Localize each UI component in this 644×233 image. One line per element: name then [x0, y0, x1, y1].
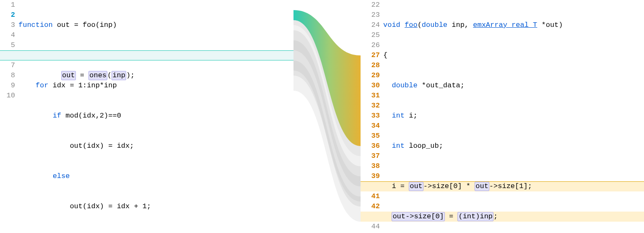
- code-line[interactable]: {: [383, 50, 644, 60]
- line-number[interactable]: 4: [0, 30, 18, 40]
- code-line[interactable]: else: [18, 171, 293, 181]
- code-line[interactable]: void foo(double inp, emxArray_real_T *ou…: [383, 20, 644, 30]
- code-line-mapped[interactable]: i = out->size[0] * out->size[1];: [383, 181, 644, 191]
- line-number[interactable]: 22: [361, 0, 383, 10]
- code-area-left[interactable]: function out = foo(inp) out = ones(inp);…: [18, 0, 293, 233]
- line-number[interactable]: 27: [361, 50, 383, 60]
- selection-highlight: [0, 50, 293, 60]
- line-number[interactable]: 2: [0, 10, 18, 20]
- line-number[interactable]: 34: [361, 121, 383, 131]
- line-number[interactable]: 24: [361, 20, 383, 30]
- code-line-selected[interactable]: out = ones(inp);: [18, 50, 293, 60]
- line-number[interactable]: 31: [361, 91, 383, 101]
- line-number[interactable]: 29: [361, 71, 383, 81]
- code-line[interactable]: function out = foo(inp): [18, 20, 293, 30]
- line-number[interactable]: 9: [0, 81, 18, 91]
- code-line[interactable]: if mod(idx,2)==0: [18, 111, 293, 121]
- line-number[interactable]: 33: [361, 111, 383, 121]
- trace-flow-diagram: [293, 0, 361, 233]
- line-number[interactable]: 39: [361, 171, 383, 181]
- line-number[interactable]: 32: [361, 101, 383, 111]
- line-number[interactable]: 5: [0, 40, 18, 50]
- func-token[interactable]: ones: [88, 71, 107, 80]
- line-number[interactable]: 41: [361, 191, 383, 202]
- line-number[interactable]: 37: [361, 151, 383, 161]
- code-line[interactable]: for idx = 1:inp*inp: [18, 81, 293, 91]
- var-token[interactable]: out: [409, 182, 423, 191]
- expr-token[interactable]: (int)inp: [457, 212, 493, 221]
- line-number[interactable]: 28: [361, 60, 383, 71]
- line-number[interactable]: 1: [0, 0, 18, 10]
- var-token[interactable]: out: [61, 71, 76, 80]
- line-number[interactable]: 25: [361, 30, 383, 40]
- code-line[interactable]: int loop_ub;: [383, 141, 644, 151]
- line-number[interactable]: 10: [0, 91, 18, 101]
- line-number[interactable]: 36: [361, 141, 383, 151]
- line-number[interactable]: 30: [361, 81, 383, 91]
- line-number[interactable]: 42: [361, 202, 383, 212]
- code-line-mapped[interactable]: out->size[0] = (int)inp;: [383, 212, 644, 222]
- code-line[interactable]: int i;: [383, 111, 644, 121]
- line-number[interactable]: 35: [361, 131, 383, 141]
- line-number[interactable]: 7: [0, 60, 18, 71]
- line-number[interactable]: 8: [0, 71, 18, 81]
- var-token[interactable]: inp: [112, 71, 126, 80]
- code-area-right[interactable]: void foo(double inp, emxArray_real_T *ou…: [383, 0, 644, 233]
- line-gutter-right: 22 23 24 25 26 27 28 29 30 31 32 33 34 3…: [361, 0, 383, 232]
- code-line[interactable]: double *out_data;: [383, 81, 644, 91]
- code-line[interactable]: out(idx) = idx;: [18, 141, 293, 151]
- line-number[interactable]: 3: [0, 20, 18, 30]
- line-number[interactable]: 44: [361, 222, 383, 232]
- code-line[interactable]: out(idx) = idx + 1;: [18, 202, 293, 212]
- line-number[interactable]: 26: [361, 40, 383, 50]
- line-number[interactable]: 23: [361, 10, 383, 20]
- var-token[interactable]: out: [475, 182, 489, 191]
- expr-token[interactable]: out->size[0]: [392, 212, 444, 221]
- line-number[interactable]: 38: [361, 161, 383, 171]
